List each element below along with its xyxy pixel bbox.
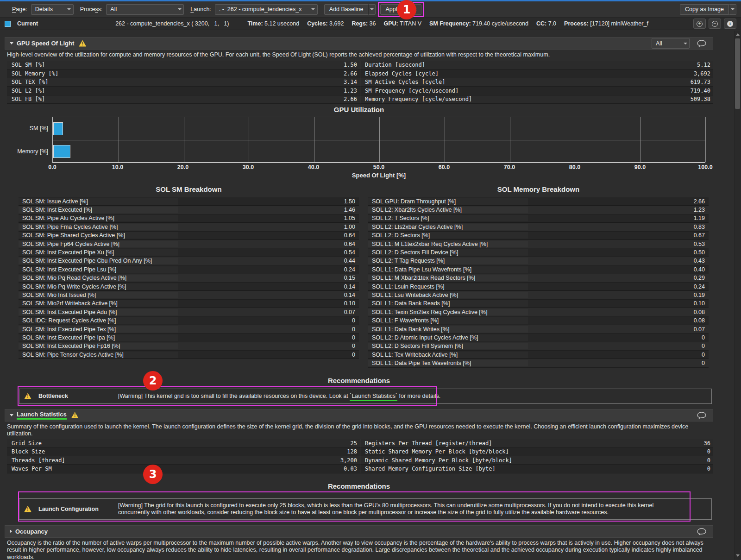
table-row: SOL L1: Lsuin Requests [%]0.24 <box>368 283 709 291</box>
metric-label: SOL L2: D Sectors [%] <box>368 232 528 239</box>
metric-label: SOL L1: Lsu Writeback Active [%] <box>368 292 528 298</box>
field-label: Regs: <box>352 20 368 27</box>
sol-table-right: Duration [usecond]5.12Elapsed Cycles [cy… <box>360 61 713 104</box>
section-header-gpu-speed-of-light[interactable]: GPU Speed Of Light All <box>5 37 713 50</box>
table-row: SOL SM: Inst Executed Pipe Fp16 [%]0 <box>19 342 359 351</box>
field-value: 36 <box>368 20 376 27</box>
metric-value: 0.03 <box>344 466 360 472</box>
zoom-in-button[interactable]: + <box>693 19 706 29</box>
table-row: SOL SM: Inst Executed [%]1.46 <box>19 206 359 214</box>
metric-label: SOL L1: Data Bank Writes [%] <box>368 326 528 333</box>
recommendations-heading: Recommendations <box>5 482 713 491</box>
info-button[interactable]: i <box>724 19 736 29</box>
section-header-occupancy[interactable]: Occupancy <box>5 525 713 538</box>
copy-as-image-button[interactable]: Copy as Image <box>680 4 729 15</box>
metric-label: SOL SM: Mio Pq Write Cycles Active [%] <box>19 283 178 290</box>
recommendation-bottleneck: Bottleneck [Warning] This kernel grid is… <box>19 389 712 404</box>
metric-value: 0.53 <box>528 241 709 247</box>
scroll-down-button[interactable] <box>735 552 741 559</box>
scroll-up-button[interactable] <box>735 31 741 38</box>
chevron-down-icon <box>309 5 317 14</box>
chevron-down-icon <box>681 38 689 48</box>
triangle-up-icon <box>736 33 740 36</box>
summary-buttons: + − i <box>691 19 736 29</box>
metric-value: 0.67 <box>528 232 709 239</box>
table-row: SOL SM: Pipe Alu Cycles Active [%]1.05 <box>19 214 359 223</box>
table-row: SOL FB [%]2.66 <box>7 95 360 104</box>
metric-value: 0.07 <box>528 326 709 333</box>
table-row: SOL SM: Pipe Tensor Cycles Active [%]0 <box>19 351 359 359</box>
launch-label: Launch: <box>190 6 211 13</box>
recommendation-text: [Warning] This kernel grid is too small … <box>118 393 440 400</box>
comment-icon[interactable] <box>695 411 708 419</box>
page-dropdown-value: Details <box>31 6 65 13</box>
metric-value: 3,692 <box>694 70 713 77</box>
metric-value: 0 <box>178 326 359 333</box>
table-row: Duration [usecond]5.12 <box>360 61 713 70</box>
table-row: SOL SM: Inst Executed Pipe Ipa [%]0 <box>19 333 359 342</box>
copy-as-image-dropdown-arrow[interactable] <box>729 4 736 15</box>
vertical-scrollbar[interactable] <box>734 31 741 560</box>
metric-value: 1.23 <box>344 88 360 94</box>
metric-label: Threads [thread] <box>7 457 340 464</box>
collapse-triangle-icon <box>10 42 13 44</box>
metric-label: Memory Frequency [cycle/usecond] <box>360 96 691 102</box>
section-header-launch-statistics[interactable]: Launch Statistics <box>5 409 713 422</box>
warning-icon <box>71 412 79 418</box>
add-baseline-button[interactable]: Add Baseline <box>324 4 369 15</box>
scrollbar-thumb[interactable] <box>735 38 740 109</box>
sol-filter-dropdown[interactable]: All <box>652 38 690 49</box>
comment-icon[interactable] <box>695 528 708 535</box>
y-category-label: Memory [%] <box>5 140 52 163</box>
metric-value: 0.24 <box>178 266 359 273</box>
table-row: SOL SM: Mio Pq Write Cycles Active [%]0.… <box>19 283 359 291</box>
summary-fields: Time: 5.12 usecondCycles: 3,692Regs: 36G… <box>247 20 656 27</box>
summary-field: SM Frequency: 719.40 cycle/usecond <box>429 20 528 27</box>
metric-label: SM Frequency [cycle/usecond] <box>360 88 691 94</box>
table-row: SM Frequency [cycle/usecond]719.40 <box>360 87 713 95</box>
table-row: SOL SM: Inst Executed Pipe Tex [%]0 <box>19 325 359 333</box>
summary-field: Time: 5.12 usecond <box>247 20 299 27</box>
metric-value: 0 <box>178 352 359 358</box>
sol-memory-breakdown: SOL Memory Breakdown SOL GPU: Dram Throu… <box>368 182 709 368</box>
launch-statistics-link[interactable]: `Launch Statistics` <box>350 393 397 401</box>
summary-field: CC: 7.0 <box>536 20 556 27</box>
chart-plot <box>52 117 705 163</box>
breakdown-title: SOL SM Breakdown <box>19 182 359 197</box>
metric-label: Static Shared Memory Per Block [byte/blo… <box>360 448 707 455</box>
launch-table-right: Registers Per Thread [register/thread]36… <box>360 439 713 473</box>
launch-dropdown[interactable]: . - 262 - compute_tendencies_x <box>215 4 318 15</box>
current-label: Current <box>17 20 38 27</box>
summary-field: Process: [17120] miniWeather_f <box>564 20 648 27</box>
metric-value: 1.05 <box>178 215 359 221</box>
gpu-utilization-chart: GPU Utilization SM [%]Memory [%] 0.010.0… <box>5 105 713 180</box>
metric-value: 1.23 <box>528 207 709 213</box>
metric-label: SOL SM: Pipe Shared Cycles Active [%] <box>19 232 178 239</box>
comment-icon[interactable] <box>695 39 708 47</box>
table-row: SOL SM: Mio Inst Issued [%]0.14 <box>19 291 359 299</box>
table-row: SOL SM: Pipe Fma Cycles Active [%]1.00 <box>19 223 359 231</box>
field-value: 7.0 <box>546 20 556 27</box>
add-baseline-dropdown-arrow[interactable] <box>368 4 376 15</box>
triangle-down-icon <box>736 554 740 557</box>
metric-value: 0 <box>178 343 359 349</box>
table-row: SM Active Cycles [cycle]619.73 <box>360 78 713 87</box>
process-dropdown[interactable]: All <box>106 4 184 15</box>
metric-label: SOL L1: Tex Writeback Active [%] <box>368 352 528 358</box>
chart-y-labels: SM [%]Memory [%] <box>5 117 52 163</box>
metric-value: 1.46 <box>178 207 359 213</box>
table-row: SOL SM [%]1.50 <box>7 61 360 70</box>
metric-label: SOL SM: Inst Executed Pipe Tex [%] <box>19 326 178 333</box>
table-row: SOL L1: M L1tex2xbar Req Cycles Active [… <box>368 240 709 248</box>
collapse-triangle-icon <box>10 414 13 416</box>
table-row: SOL L2: D Atomic Input Cycles Active [%]… <box>368 333 709 342</box>
field-value: TITAN V <box>398 20 421 27</box>
x-tick-label: 100.0 <box>698 164 712 170</box>
x-tick-label: 70.0 <box>504 164 515 170</box>
page-dropdown[interactable]: Details <box>31 4 74 15</box>
band-separator <box>53 140 705 140</box>
sol-sm-breakdown: SOL SM Breakdown SOL SM: Issue Active [%… <box>19 182 359 368</box>
zoom-out-button[interactable]: − <box>709 19 721 29</box>
metric-value: 0.64 <box>178 232 359 239</box>
metric-value: 2.66 <box>528 198 709 205</box>
